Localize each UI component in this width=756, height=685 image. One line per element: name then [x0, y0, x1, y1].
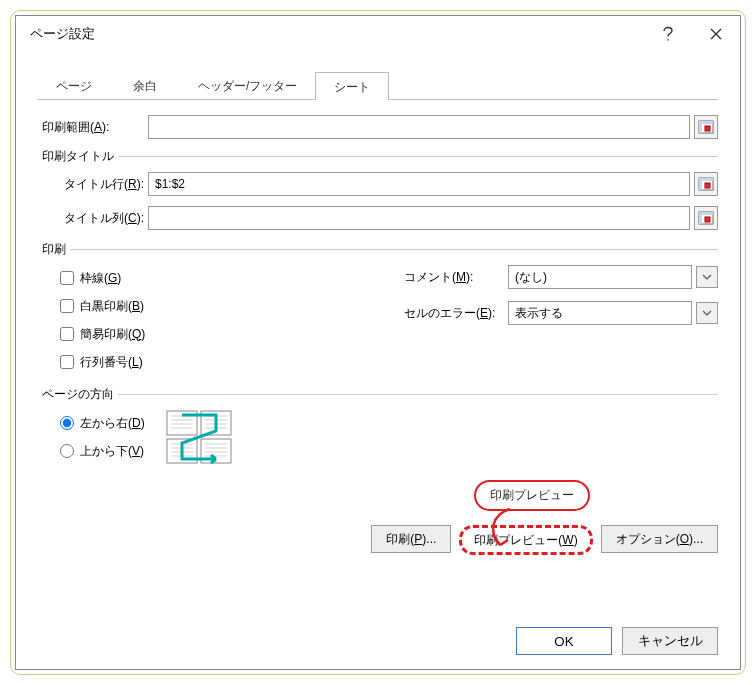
ok-button[interactable]: OK	[516, 627, 612, 655]
options-button[interactable]: オプション(O)...	[601, 525, 718, 553]
page-order-ttb-row[interactable]: 上から下(V)	[60, 437, 145, 465]
comments-value: (なし)	[515, 269, 547, 286]
errors-value: 表示する	[515, 305, 563, 322]
print-group-label: 印刷	[42, 241, 66, 258]
print-area-label: 印刷範囲(A):	[38, 119, 148, 136]
title-cols-label: タイトル列(C):	[38, 210, 148, 227]
errors-dropdown-button[interactable]	[696, 302, 718, 324]
cancel-button[interactable]: キャンセル	[622, 627, 718, 655]
title-rows-label: タイトル行(R):	[38, 176, 148, 193]
svg-rect-10	[699, 212, 702, 224]
page-order-ttb-radio[interactable]	[60, 444, 74, 458]
tab-headerfooter[interactable]: ヘッダー/フッター	[180, 72, 315, 100]
title-cols-range-button[interactable]	[694, 206, 718, 230]
annotation-arrow-icon	[482, 507, 522, 553]
draft-checkbox[interactable]	[60, 327, 74, 341]
page-order-ltr-radio[interactable]	[60, 416, 74, 430]
errors-select[interactable]: 表示する	[508, 301, 692, 325]
rowcol-checkbox[interactable]	[60, 355, 74, 369]
print-preview-button[interactable]: 印刷プレビュー(W)	[459, 525, 592, 555]
comments-label: コメント(M):	[404, 269, 508, 286]
page-setup-dialog: ページ設定 ページ 余白 ヘッダー/フッター シート 印刷範囲(A):	[15, 15, 741, 670]
titlebar: ページ設定	[16, 16, 740, 52]
page-order-ltr-row[interactable]: 左から右(D)	[60, 409, 145, 437]
title-rows-input[interactable]	[148, 172, 690, 196]
chevron-down-icon	[702, 274, 712, 280]
bw-checkbox-row[interactable]: 白黒印刷(B)	[60, 292, 374, 320]
svg-rect-11	[705, 217, 710, 222]
gridlines-checkbox[interactable]	[60, 271, 74, 285]
help-icon	[661, 26, 675, 42]
svg-rect-3	[705, 126, 710, 131]
page-order-icon	[165, 409, 235, 465]
print-titles-group-label: 印刷タイトル	[42, 148, 114, 165]
errors-label: セルのエラー(E):	[404, 305, 508, 322]
comments-dropdown-button[interactable]	[696, 266, 718, 288]
print-area-range-button[interactable]	[694, 115, 718, 139]
chevron-down-icon	[702, 310, 712, 316]
print-button[interactable]: 印刷(P)...	[371, 525, 451, 553]
rowcol-checkbox-row[interactable]: 行列番号(L)	[60, 348, 374, 376]
range-select-icon	[698, 211, 714, 225]
comments-select[interactable]: (なし)	[508, 265, 692, 289]
range-select-icon	[698, 120, 714, 134]
tab-page[interactable]: ページ	[38, 72, 110, 100]
page-order-group-label: ページの方向	[42, 386, 114, 403]
bw-checkbox[interactable]	[60, 299, 74, 313]
close-icon	[709, 27, 723, 41]
close-button[interactable]	[692, 16, 740, 52]
title-cols-input[interactable]	[148, 206, 690, 230]
gridlines-checkbox-row[interactable]: 枠線(G)	[60, 264, 374, 292]
print-area-input[interactable]	[148, 115, 690, 139]
draft-checkbox-row[interactable]: 簡易印刷(Q)	[60, 320, 374, 348]
help-button[interactable]	[644, 16, 692, 52]
svg-rect-7	[705, 183, 710, 188]
tab-sheet[interactable]: シート	[315, 72, 389, 100]
range-select-icon	[698, 177, 714, 191]
svg-rect-6	[699, 178, 702, 190]
dialog-title: ページ設定	[30, 25, 644, 43]
tab-bar: ページ 余白 ヘッダー/フッター シート	[38, 72, 718, 100]
svg-rect-2	[699, 121, 702, 133]
title-rows-range-button[interactable]	[694, 172, 718, 196]
tab-margins[interactable]: 余白	[110, 72, 180, 100]
